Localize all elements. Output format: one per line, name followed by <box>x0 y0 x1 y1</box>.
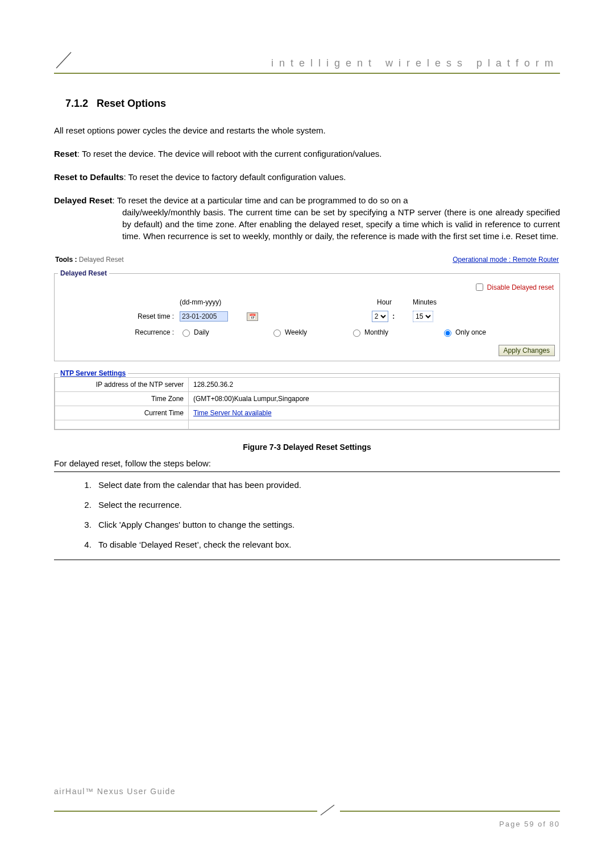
footer-rule-left <box>54 811 317 812</box>
ntp-current-time-link[interactable]: Time Server Not available <box>193 409 272 417</box>
recurrence-weekly-radio[interactable] <box>273 329 281 337</box>
delayed-reset-fieldset: Delayed Reset Disable Delayed reset (dd-… <box>54 269 560 361</box>
delayed-reset-panel: Tools : Delayed Reset Operational mode :… <box>54 253 560 430</box>
minutes-header: Minutes <box>413 298 464 306</box>
ntp-tz-value: (GMT+08:00)Kuala Lumpur,Singapore <box>189 392 559 406</box>
defaults-label: Reset to Defaults <box>54 172 124 182</box>
tools-label: Tools : <box>55 256 77 264</box>
hour-header: Hour <box>356 298 413 306</box>
header-rule <box>54 73 560 74</box>
recurrence-monthly[interactable]: Monthly <box>350 328 441 337</box>
page-header: intelligent wireless platform <box>54 51 560 69</box>
operational-mode-link[interactable]: Operational mode : Remote Router <box>453 256 559 264</box>
footer-page-number: Page 59 of 80 <box>54 820 560 828</box>
ntp-ip-label: IP address of the NTP server <box>55 378 189 392</box>
recurrence-daily[interactable]: Daily <box>180 328 271 337</box>
recurrence-monthly-radio[interactable] <box>353 329 360 337</box>
time-colon: : <box>390 312 397 320</box>
defaults-definition: Reset to Defaults: To reset the device t… <box>54 171 560 183</box>
delayed-body-first: : To reset the device at a particular ti… <box>113 195 408 205</box>
recurrence-only-once[interactable]: Only once <box>441 328 538 337</box>
step-2: Select the recurrence. <box>94 500 560 510</box>
reset-time-input[interactable] <box>180 311 228 322</box>
section-title: Reset Options <box>97 98 166 109</box>
recurrence-weekly[interactable]: Weekly <box>271 328 350 337</box>
ntp-tz-label: Time Zone <box>55 392 189 406</box>
delayed-label: Delayed Reset <box>54 195 113 205</box>
ntp-settings-legend-link[interactable]: NTP Server Settings <box>60 369 126 377</box>
recurrence-daily-radio[interactable] <box>182 329 190 337</box>
hour-select[interactable]: 2 <box>372 311 388 322</box>
svg-line-1 <box>321 805 334 815</box>
ntp-table: IP address of the NTP server 128.250.36.… <box>55 377 559 429</box>
tools-breadcrumb: Tools : Delayed Reset <box>55 256 124 264</box>
calendar-icon[interactable]: 📅 <box>247 312 258 321</box>
header-slash-ornament <box>54 51 77 69</box>
footer-guide-title: airHaul™ Nexus User Guide <box>54 787 560 796</box>
step-4: To disable ‘Delayed Reset’, check the re… <box>94 540 560 549</box>
header-title: intelligent wireless platform <box>77 57 560 69</box>
step-3: Click 'Apply Changes' button to change t… <box>94 520 560 529</box>
steps-bottom-rule <box>54 560 560 560</box>
footer-rule-right <box>340 811 560 812</box>
section-heading: 7.1.2 Reset Options <box>65 98 560 110</box>
steps-lead: For delayed reset, follow the steps belo… <box>54 458 560 468</box>
defaults-body: : To reset the device to factory default… <box>124 172 346 182</box>
steps-top-rule <box>54 471 560 472</box>
footer-slash-ornament <box>317 804 340 819</box>
ntp-ip-value: 128.250.36.2 <box>189 378 559 392</box>
reset-definition: Reset: To reset the device. The device w… <box>54 148 560 160</box>
svg-line-0 <box>56 52 71 68</box>
section-number: 7.1.2 <box>65 98 88 109</box>
page-footer: airHaul™ Nexus User Guide Page 59 of 80 <box>54 787 560 828</box>
apply-changes-button[interactable]: Apply Changes <box>499 345 555 356</box>
intro-paragraph: All reset options power cycles the devic… <box>54 124 560 136</box>
tools-value: Delayed Reset <box>79 256 124 264</box>
minute-select[interactable]: 15 <box>413 311 433 322</box>
recurrence-label: Recurrence : <box>60 328 180 336</box>
disable-delayed-reset-label: Disable Delayed reset <box>487 283 554 291</box>
disable-delayed-reset-checkbox[interactable] <box>476 283 483 291</box>
delayed-body-rest: daily/weekly/monthly basis. The current … <box>54 206 560 242</box>
ntp-settings-fieldset: NTP Server Settings IP address of the NT… <box>54 369 560 430</box>
figure-caption: Figure 7-3 Delayed Reset Settings <box>54 443 560 452</box>
reset-time-label: Reset time : <box>60 312 180 320</box>
recurrence-only-once-radio[interactable] <box>444 329 451 337</box>
delayed-reset-legend: Delayed Reset <box>58 269 109 277</box>
steps-list: Select date from the calendar that has b… <box>54 480 560 549</box>
step-1: Select date from the calendar that has b… <box>94 480 560 490</box>
delayed-definition: Delayed Reset: To reset the device at a … <box>54 194 560 242</box>
ntp-current-time-label: Current Time <box>55 406 189 420</box>
reset-label: Reset <box>54 149 77 158</box>
reset-body: : To reset the device. The device will r… <box>77 149 382 158</box>
date-format-hint: (dd-mm-yyyy) <box>180 298 293 306</box>
